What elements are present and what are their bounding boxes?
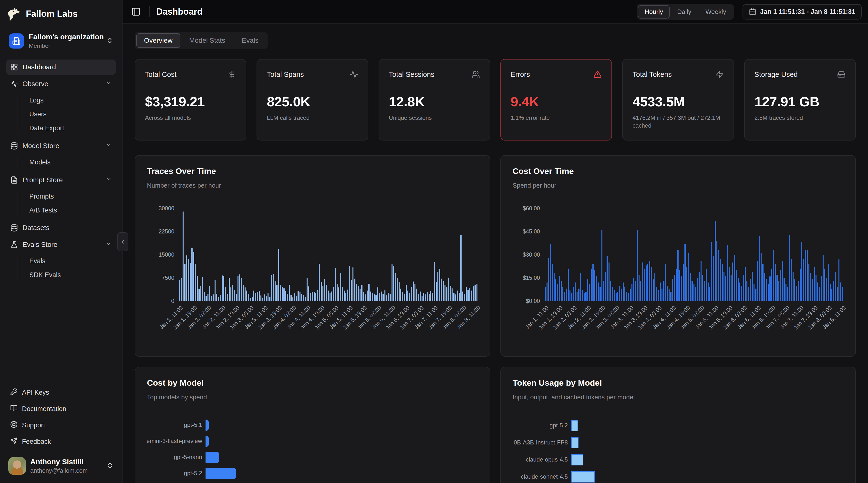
bar xyxy=(342,287,343,301)
bar xyxy=(571,293,572,301)
bar xyxy=(400,289,401,301)
stat-title: Storage Used xyxy=(754,70,798,78)
date-range-button[interactable]: Jan 1 11:51:31 - Jan 8 11:51:31 xyxy=(743,4,862,20)
bar xyxy=(455,294,456,301)
granularity-daily-button[interactable]: Daily xyxy=(670,5,698,19)
org-switcher[interactable]: Fallom's organization Member xyxy=(6,30,116,52)
bar xyxy=(223,276,224,301)
bar xyxy=(702,275,703,301)
sidebar-item-label: Observe xyxy=(23,80,101,88)
hard-drive-icon xyxy=(837,70,845,78)
sidebar-item-logs[interactable]: Logs xyxy=(26,93,116,107)
sidebar-item-label: Evals Store xyxy=(23,241,101,249)
stat-title: Errors xyxy=(510,70,530,78)
bar-row-claude-sonnet-4-5: claude-sonnet-4.5 xyxy=(513,469,844,483)
sidebar-item-users[interactable]: Users xyxy=(26,107,116,121)
org-info: Fallom's organization Member xyxy=(29,33,101,49)
bar xyxy=(587,279,588,301)
sidebar-item-documentation[interactable]: Documentation xyxy=(6,401,116,417)
granularity-hourly-button[interactable]: Hourly xyxy=(638,5,670,19)
bar xyxy=(349,266,350,301)
bar xyxy=(271,275,272,301)
sidebar-item-feedback[interactable]: Feedback xyxy=(6,434,116,449)
bar xyxy=(459,293,460,301)
sidebar-item-prompts[interactable]: Prompts xyxy=(26,190,116,203)
bar xyxy=(243,285,244,301)
user-menu[interactable]: Anthony Sistilli anthony@fallom.com xyxy=(6,455,116,477)
bar xyxy=(206,452,219,463)
bar xyxy=(354,279,355,301)
bar xyxy=(732,262,733,301)
bar xyxy=(331,291,332,301)
bar xyxy=(819,287,820,301)
bar xyxy=(624,287,625,301)
bar xyxy=(676,268,677,301)
bar xyxy=(548,258,549,301)
tab-overview[interactable]: Overview xyxy=(136,33,180,48)
topbar-divider xyxy=(149,6,150,17)
user-email: anthony@fallom.com xyxy=(30,467,102,474)
sidebar-item-evals-store[interactable]: Evals Store xyxy=(6,237,116,252)
chart-subtitle: Input, output, and cached tokens per mod… xyxy=(513,393,844,401)
bar xyxy=(273,274,274,301)
bar-row-gemini-3-flash-preview: gemini-3-flash-preview xyxy=(147,433,478,449)
bar xyxy=(275,281,276,301)
bar xyxy=(653,279,654,301)
category-label: gpt-5.2 xyxy=(513,421,571,430)
bar xyxy=(209,286,210,301)
bar xyxy=(298,291,299,301)
sidebar-item-a-b-tests[interactable]: A/B Tests xyxy=(26,203,116,217)
bar xyxy=(218,297,219,301)
bar xyxy=(425,294,426,301)
sidebar-collapse-button[interactable] xyxy=(117,232,128,251)
bar xyxy=(837,287,838,301)
bar xyxy=(569,290,570,301)
bar xyxy=(361,285,362,301)
sidebar-item-dashboard[interactable]: Dashboard xyxy=(6,60,116,75)
sidebar-item-observe[interactable]: Observe xyxy=(6,76,116,92)
sidebar-item-model-store[interactable]: Model Store xyxy=(6,138,116,154)
bar xyxy=(658,290,659,301)
bar xyxy=(808,264,809,301)
bar xyxy=(404,294,405,301)
bar xyxy=(345,293,346,301)
bar xyxy=(202,277,203,301)
y-tick-label: $45.00 xyxy=(523,228,540,235)
sidebar-item-prompt-store[interactable]: Prompt Store xyxy=(6,172,116,188)
sidebar-item-support[interactable]: Support xyxy=(6,418,116,433)
sidebar-item-models[interactable]: Models xyxy=(26,155,116,169)
bar xyxy=(801,242,802,301)
stat-value: 9.4K xyxy=(510,94,602,109)
bar xyxy=(669,289,670,301)
tab-evals[interactable]: Evals xyxy=(234,33,266,48)
bar xyxy=(283,288,284,301)
bar xyxy=(370,291,371,301)
bar xyxy=(723,272,724,301)
bar xyxy=(335,268,336,301)
sidebar-item-data-export[interactable]: Data Export xyxy=(26,121,116,135)
sidebar-item-datasets[interactable]: Datasets xyxy=(6,220,116,235)
sidebar-item-api-keys[interactable]: API Keys xyxy=(6,385,116,400)
y-axis: $0.00$15.00$30.00$45.00$60.00 xyxy=(513,208,544,301)
bar xyxy=(216,294,217,301)
sidebar-item-sdk-evals[interactable]: SDK Evals xyxy=(26,268,116,282)
bar xyxy=(561,281,562,301)
horizontal-bar-chart: gpt-5.1gemini-3-flash-previewgpt-5-nanog… xyxy=(147,417,478,483)
bar-row-gpt-5-2: gpt-5.2 xyxy=(513,417,844,434)
bar xyxy=(573,287,574,301)
sidebar-item-evals[interactable]: Evals xyxy=(26,254,116,268)
sidebar-toggle-button[interactable] xyxy=(129,5,143,19)
granularity-weekly-button[interactable]: Weekly xyxy=(699,5,733,19)
bar xyxy=(616,293,617,301)
bar xyxy=(453,293,454,301)
bar xyxy=(768,284,769,301)
tab-model-stats[interactable]: Model Stats xyxy=(181,33,233,48)
bar xyxy=(179,280,180,301)
bar xyxy=(423,293,424,301)
bar xyxy=(683,264,684,301)
bar xyxy=(382,294,383,301)
bar xyxy=(640,281,641,301)
y-tick-label: $15.00 xyxy=(523,275,540,281)
stat-card-storage-used: Storage Used127.91 GB2.5M traces stored xyxy=(744,59,856,140)
bar xyxy=(289,285,290,301)
